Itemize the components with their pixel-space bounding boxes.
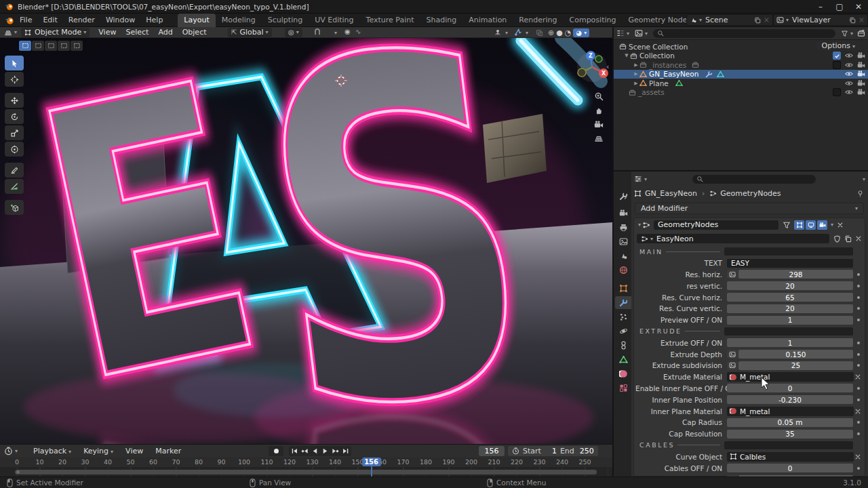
tab-texture-paint[interactable]: Texture Paint [360, 14, 420, 27]
tab-render[interactable] [615, 207, 631, 220]
mode-dropdown[interactable]: Object Mode ▾ [21, 28, 90, 37]
outliner-row-plane[interactable]: ▶ Plane [614, 79, 868, 87]
shading-solid-icon[interactable]: ● [556, 28, 563, 37]
viewport-pan-icon[interactable] [594, 106, 604, 115]
image-icon[interactable] [727, 270, 738, 279]
jump-to-end-button[interactable] [342, 447, 349, 455]
clear-material-icon[interactable] [854, 408, 862, 415]
hide-eye-icon[interactable] [845, 52, 853, 60]
edit-mode-toggle[interactable] [794, 220, 804, 230]
snap-dropdown[interactable]: ▾ [334, 30, 337, 36]
tab-output[interactable] [615, 221, 631, 234]
end-frame-field[interactable]: 250 [578, 447, 594, 455]
expand-icon[interactable]: ▶ [633, 71, 639, 77]
value-slider[interactable]: 20 [727, 304, 853, 313]
tab-scene[interactable] [615, 249, 631, 262]
copy-node-group-icon[interactable] [844, 235, 852, 243]
properties-editor-icon[interactable] [634, 175, 642, 183]
tool-transform[interactable] [5, 142, 24, 157]
prev-keyframe-button[interactable] [301, 447, 309, 455]
value-slider[interactable]: 25 [738, 361, 853, 370]
hide-eye-icon[interactable] [845, 88, 853, 96]
minimize-button[interactable]: – [811, 0, 830, 14]
unlink-node-group-icon[interactable] [855, 235, 862, 242]
new-viewlayer-icon[interactable] [849, 17, 856, 24]
remove-viewlayer-icon[interactable] [859, 17, 865, 23]
expand-icon[interactable]: ▶ [633, 81, 639, 86]
snap-toggle-icon[interactable] [313, 28, 321, 37]
outliner-row-collection[interactable]: ▼ Collection [614, 52, 868, 60]
tool-scale[interactable] [5, 125, 24, 140]
record-button[interactable] [269, 446, 283, 456]
shading-rendered-icon[interactable]: ◕▾ [573, 28, 589, 37]
play-button[interactable] [321, 447, 329, 455]
jump-to-start-button[interactable] [291, 447, 298, 455]
tab-object[interactable] [615, 282, 631, 295]
properties-search[interactable] [692, 175, 816, 184]
tab-material[interactable] [615, 367, 631, 380]
expand-icon[interactable]: ▼ [623, 53, 630, 58]
keyframe-dot[interactable] [857, 342, 860, 344]
delete-modifier-icon[interactable] [837, 222, 844, 228]
value-slider[interactable]: 65 [727, 293, 853, 302]
outliner-row-gn-easyneon[interactable]: ▶ GN_EasyNeon [614, 70, 868, 79]
value-slider[interactable]: 0.05 m [727, 418, 853, 427]
clear-material-icon[interactable] [854, 373, 862, 380]
tool-measure[interactable] [5, 179, 24, 194]
viewport-menu-view[interactable]: View [94, 28, 121, 37]
viewport-menu-object[interactable]: Object [178, 28, 212, 37]
menu-view[interactable]: View [119, 447, 149, 455]
menu-edit[interactable]: Edit [37, 16, 62, 24]
hide-eye-icon[interactable] [845, 61, 853, 69]
xray-toggle-icon[interactable] [536, 29, 543, 37]
scene-selector[interactable]: ▾ Scene [686, 14, 773, 26]
sidebar-collapse-arrow[interactable]: ‹ [606, 62, 609, 71]
render-camera-icon[interactable] [857, 61, 865, 69]
keyframe-dot[interactable] [857, 467, 860, 470]
select-mode-invert[interactable] [58, 41, 70, 51]
pivot-point-dropdown[interactable]: ◎▾ [285, 28, 302, 37]
current-frame-field[interactable]: 156 [479, 446, 505, 456]
tab-constraints[interactable] [615, 339, 631, 352]
viewport-options-dropdown[interactable]: Options▾ [817, 41, 860, 51]
clear-object-icon[interactable] [854, 453, 862, 460]
value-slider[interactable]: 20 [727, 281, 853, 290]
tab-animation[interactable]: Animation [462, 14, 513, 27]
render-camera-icon[interactable] [857, 70, 865, 78]
close-button[interactable]: ✕ [849, 0, 868, 14]
keyframe-dot[interactable] [857, 421, 860, 424]
keyframe-dot[interactable] [857, 273, 860, 276]
proportional-editing-icon[interactable]: ◉ [344, 28, 351, 35]
select-mode-intersect[interactable] [71, 41, 83, 51]
menu-render[interactable]: Render [63, 16, 100, 24]
tab-layout[interactable]: Layout [178, 14, 215, 27]
viewlayer-selector[interactable]: ▾ ViewLayer [773, 14, 868, 26]
viewport-3d[interactable]: A A A A E E E E S S S S [0, 38, 612, 444]
gizmo-y-axis[interactable] [578, 68, 586, 77]
tab-object-data[interactable] [615, 353, 631, 366]
value-slider[interactable]: 0.150 [738, 350, 853, 359]
node-group-field[interactable]: ▾ EasyNeon [637, 234, 829, 243]
tab-uv-editing[interactable]: UV Editing [309, 14, 359, 27]
value-slider[interactable]: 298 [738, 270, 853, 279]
render-camera-icon[interactable] [857, 79, 865, 87]
menu-keying[interactable]: Keying▾ [77, 447, 119, 455]
object-field[interactable]: Calbles [727, 452, 854, 462]
falloff-curve-icon[interactable]: ∿ [355, 28, 361, 35]
realtime-toggle[interactable] [806, 220, 816, 230]
image-icon[interactable] [727, 350, 738, 359]
transform-orientation[interactable]: ⇱ Global ▾ [228, 28, 272, 37]
timeline-editor-icon[interactable] [4, 447, 13, 455]
editor-type-icon[interactable] [4, 28, 12, 37]
tab-physics[interactable] [615, 325, 631, 338]
menu-playback[interactable]: Playback▾ [27, 447, 77, 455]
viewport-camera-icon[interactable] [594, 120, 604, 129]
modifier-extras-dropdown[interactable]: ▾ [831, 222, 833, 228]
outliner-row-instances[interactable]: ▶ _instances [614, 60, 868, 69]
menu-help[interactable]: Help [140, 16, 168, 24]
tab-texture[interactable] [615, 382, 631, 394]
menu-window[interactable]: Window [100, 16, 140, 24]
viewport-perspective-icon[interactable] [594, 134, 604, 143]
new-collection-icon[interactable] [857, 29, 865, 37]
breadcrumb-modifier[interactable]: GeometryNodes [720, 189, 781, 198]
